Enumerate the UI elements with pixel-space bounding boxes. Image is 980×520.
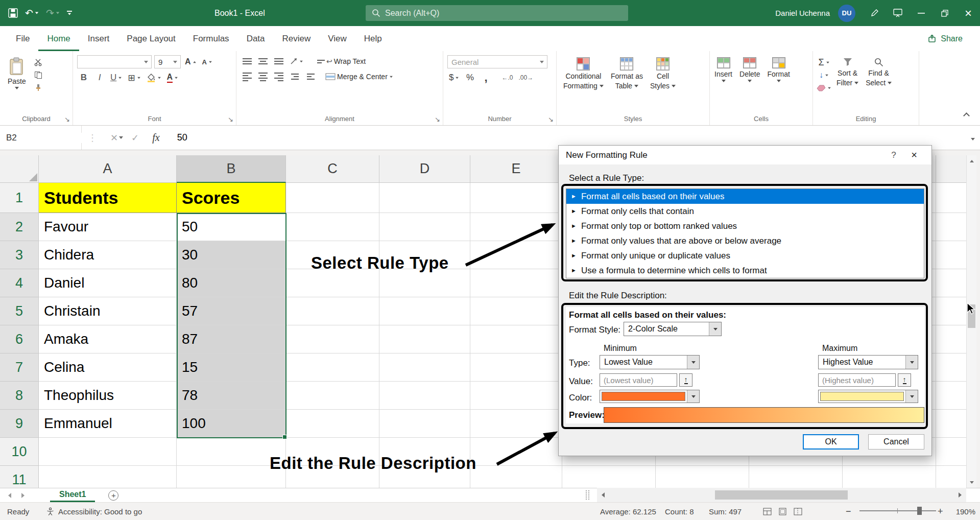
cell-E4[interactable]: [470, 269, 562, 297]
font-dialog-launcher-icon[interactable]: ↘: [228, 116, 233, 123]
sheet-tab-sheet1[interactable]: Sheet1: [50, 488, 95, 502]
column-header-E[interactable]: E: [470, 155, 562, 183]
ribbon-display-options-icon[interactable]: [886, 0, 910, 26]
cell-A7[interactable]: Celina: [39, 353, 177, 382]
tab-home[interactable]: Home: [38, 26, 79, 51]
name-box[interactable]: [0, 126, 82, 150]
avatar[interactable]: DU: [838, 5, 855, 22]
tab-help[interactable]: Help: [355, 26, 391, 51]
cell-D2[interactable]: [379, 213, 470, 241]
align-left-icon[interactable]: [241, 70, 254, 83]
cell-D9[interactable]: [379, 410, 470, 438]
expand-formula-bar-icon[interactable]: [971, 133, 975, 143]
rule-type-option-3[interactable]: ►Format only top or bottom ranked values: [566, 219, 924, 233]
accessibility-status[interactable]: Accessibility: Good to go: [58, 503, 142, 520]
tab-view[interactable]: View: [319, 26, 355, 51]
rule-type-option-5[interactable]: ►Format only unique or duplicate values: [566, 248, 924, 263]
select-all-corner[interactable]: [0, 155, 39, 183]
cell-A9[interactable]: Emmanuel: [39, 410, 177, 438]
clear-button[interactable]: [815, 82, 833, 94]
new-sheet-icon[interactable]: +: [108, 490, 118, 501]
enter-entry-icon[interactable]: ✓: [131, 132, 139, 144]
cell-B4[interactable]: 80: [177, 269, 286, 297]
rule-type-option-2[interactable]: ►Format only cells that contain: [566, 204, 924, 219]
format-as-table-button[interactable]: Format as Table: [607, 55, 647, 92]
insert-function-button[interactable]: fx: [152, 132, 159, 144]
color-max-combo[interactable]: [818, 390, 918, 403]
number-dialog-launcher-icon[interactable]: ↘: [548, 116, 554, 123]
cancel-entry-icon[interactable]: ✕: [110, 132, 118, 144]
cell-A10[interactable]: [39, 438, 177, 466]
cell-C7[interactable]: [286, 353, 379, 382]
zoom-slider-track[interactable]: [859, 510, 936, 511]
cell-H11[interactable]: [749, 466, 843, 488]
cell-A5[interactable]: Christain: [39, 297, 177, 325]
horizontal-scroll-thumb[interactable]: [715, 490, 848, 500]
cell-E3[interactable]: [470, 241, 562, 269]
bold-button[interactable]: B: [77, 72, 90, 84]
normal-view-icon[interactable]: [763, 503, 772, 520]
font-color-button[interactable]: A: [165, 72, 180, 84]
paste-button[interactable]: Paste: [4, 55, 30, 94]
underline-button[interactable]: U: [109, 72, 124, 84]
find-select-button[interactable]: Find & Select: [862, 55, 895, 94]
restore-button[interactable]: [933, 0, 957, 26]
cell-E2[interactable]: [470, 213, 562, 241]
copy-button[interactable]: [32, 69, 45, 81]
cell-E9[interactable]: [470, 410, 562, 438]
help-icon[interactable]: ?: [883, 150, 904, 160]
format-cells-button[interactable]: Format: [763, 55, 793, 84]
row-header-7[interactable]: 7: [0, 353, 39, 382]
row-header-9[interactable]: 9: [0, 410, 39, 438]
row-header-2[interactable]: 2: [0, 213, 39, 241]
clipboard-dialog-launcher-icon[interactable]: ↘: [64, 116, 70, 123]
row-header-5[interactable]: 5: [0, 297, 39, 325]
fill-handle[interactable]: [282, 435, 287, 439]
cell-B8[interactable]: 78: [177, 382, 286, 410]
value-max-input[interactable]: (Highest value): [818, 373, 896, 387]
page-layout-view-icon[interactable]: [778, 503, 787, 520]
increase-font-size-button[interactable]: A: [183, 56, 198, 68]
cell-E10[interactable]: [470, 438, 562, 466]
value-min-input[interactable]: (Lowest value): [600, 373, 677, 387]
zoom-out-icon[interactable]: −: [846, 503, 851, 520]
sort-filter-button[interactable]: Sort & Filter: [833, 55, 862, 94]
zoom-in-icon[interactable]: +: [938, 503, 943, 520]
insert-cells-button[interactable]: Insert: [711, 55, 736, 84]
cell-A11[interactable]: [39, 466, 177, 488]
cell-A4[interactable]: Daniel: [39, 269, 177, 297]
cell-J3[interactable]: [936, 241, 966, 269]
cell-C5[interactable]: [286, 297, 379, 325]
save-icon[interactable]: [8, 8, 18, 18]
close-button[interactable]: ×: [957, 0, 980, 26]
next-sheet-icon[interactable]: [16, 493, 30, 498]
column-header-D[interactable]: D: [379, 155, 470, 183]
scroll-right-icon[interactable]: [954, 488, 966, 502]
scroll-up-icon[interactable]: [967, 155, 977, 167]
customize-quick-access-icon[interactable]: [67, 11, 72, 15]
color-min-combo[interactable]: [600, 390, 700, 403]
cell-J10[interactable]: [936, 438, 966, 466]
collapse-ribbon-icon[interactable]: [964, 111, 969, 120]
orientation-button[interactable]: [288, 55, 305, 67]
pen-icon[interactable]: [863, 0, 886, 26]
cell-B6[interactable]: 87: [177, 325, 286, 353]
increase-decimal-icon[interactable]: ←.0: [500, 72, 514, 84]
cell-J7[interactable]: [936, 353, 966, 382]
cell-A1[interactable]: Students: [39, 183, 177, 213]
align-top-icon[interactable]: [241, 55, 254, 67]
page-break-view-icon[interactable]: [794, 503, 802, 520]
cut-button[interactable]: [32, 56, 45, 68]
cell-J5[interactable]: [936, 297, 966, 325]
wrap-text-button[interactable]: ↩ Wrap Text: [316, 55, 367, 67]
delete-cells-button[interactable]: Delete: [736, 55, 763, 84]
cell-B9[interactable]: 100: [177, 410, 286, 438]
dialog-close-icon[interactable]: ×: [904, 149, 924, 161]
row-header-8[interactable]: 8: [0, 382, 39, 410]
decrease-font-size-button[interactable]: A: [201, 56, 214, 68]
cell-J2[interactable]: [936, 213, 966, 241]
fill-color-button[interactable]: [145, 72, 163, 84]
column-header-B[interactable]: B: [177, 155, 286, 183]
cell-B3[interactable]: 30: [177, 241, 286, 269]
conditional-formatting-button[interactable]: Conditional Formatting: [560, 55, 607, 92]
